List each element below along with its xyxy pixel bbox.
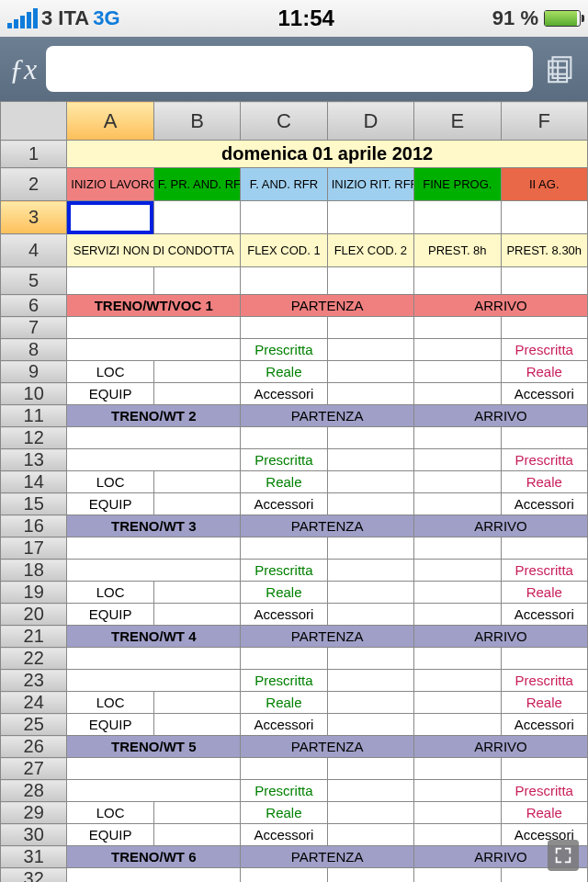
row-header-16[interactable]: 16 <box>1 515 67 537</box>
prescritta-f-0[interactable]: Prescritta <box>501 339 587 361</box>
row-header-28[interactable]: 28 <box>1 780 67 802</box>
spreadsheet-grid[interactable]: ABCDEF1domenica 01 aprile 20122 INIZIO L… <box>0 101 588 882</box>
reale-f-0[interactable]: Reale <box>501 361 587 383</box>
reale-f-1[interactable]: Reale <box>501 471 587 493</box>
cell-E3[interactable] <box>414 201 501 234</box>
block-title-1[interactable]: TRENO/WT 2 <box>67 405 241 427</box>
block-arrivo-4[interactable]: ARRIVO <box>414 736 588 758</box>
cell-E2[interactable]: FINE PROG. <box>414 168 501 201</box>
cell-B3[interactable] <box>153 201 240 234</box>
corner-cell[interactable] <box>1 102 67 141</box>
col-header-D[interactable]: D <box>327 102 413 141</box>
row-header-31[interactable]: 31 <box>1 846 67 868</box>
cell-r5-4[interactable] <box>414 267 501 295</box>
sheets-icon[interactable] <box>542 51 579 87</box>
block-partenza-0[interactable]: PARTENZA <box>241 295 414 317</box>
col-header-E[interactable]: E <box>414 102 501 141</box>
row-header-3[interactable]: 3 <box>1 201 67 234</box>
cell-D2[interactable]: INIZIO RIT. RFR <box>327 168 413 201</box>
cell-C2[interactable]: F. AND. RFR <box>241 168 327 201</box>
prescritta-c-0[interactable]: Prescritta <box>241 339 327 361</box>
block-partenza-5[interactable]: PARTENZA <box>241 846 414 868</box>
row-header-30[interactable]: 30 <box>1 824 67 846</box>
prescritta-c-3[interactable]: Prescritta <box>241 670 327 692</box>
equip-a-4[interactable]: EQUIP <box>67 824 153 846</box>
loc-a-4[interactable]: LOC <box>67 802 153 824</box>
reale-f-4[interactable]: Reale <box>501 802 587 824</box>
block-arrivo-0[interactable]: ARRIVO <box>414 295 588 317</box>
equip-a-0[interactable]: EQUIP <box>67 383 153 405</box>
acc-f-2[interactable]: Accessori <box>501 604 587 626</box>
block-title-2[interactable]: TRENO/WT 3 <box>67 515 241 537</box>
row-header-25[interactable]: 25 <box>1 714 67 736</box>
block-title-4[interactable]: TRENO/WT 5 <box>67 736 241 758</box>
row-header-10[interactable]: 10 <box>1 383 67 405</box>
loc-a-1[interactable]: LOC <box>67 471 153 493</box>
row-header-5[interactable]: 5 <box>1 267 67 295</box>
acc-c-2[interactable]: Accessori <box>241 604 327 626</box>
cell-B2[interactable]: F. PR. AND. RFR <box>153 168 240 201</box>
reale-c-2[interactable]: Reale <box>241 582 327 604</box>
cell-F4[interactable]: PREST. 8.30h <box>501 234 587 267</box>
row-header-1[interactable]: 1 <box>1 141 67 168</box>
cell[interactable] <box>67 868 241 883</box>
block-title-5[interactable]: TRENO/WT 6 <box>67 846 241 868</box>
cell-r5-5[interactable] <box>501 267 587 295</box>
reale-f-3[interactable]: Reale <box>501 692 587 714</box>
block-partenza-4[interactable]: PARTENZA <box>241 736 414 758</box>
cell[interactable] <box>67 537 241 560</box>
acc-f-1[interactable]: Accessori <box>501 493 587 515</box>
cell-E4[interactable]: PREST. 8h <box>414 234 501 267</box>
row-header-19[interactable]: 19 <box>1 582 67 604</box>
row-header-14[interactable]: 14 <box>1 471 67 493</box>
acc-c-4[interactable]: Accessori <box>241 824 327 846</box>
formula-input[interactable] <box>46 46 533 92</box>
cell-D4[interactable]: FLEX COD. 2 <box>327 234 413 267</box>
row-header-9[interactable]: 9 <box>1 361 67 383</box>
block-partenza-1[interactable]: PARTENZA <box>241 405 414 427</box>
row-header-20[interactable]: 20 <box>1 604 67 626</box>
prescritta-c-1[interactable]: Prescritta <box>241 449 327 471</box>
row-header-11[interactable]: 11 <box>1 405 67 427</box>
equip-a-1[interactable]: EQUIP <box>67 493 153 515</box>
row-header-2[interactable]: 2 <box>1 168 67 201</box>
cell-D3[interactable] <box>327 201 413 234</box>
row-header-8[interactable]: 8 <box>1 339 67 361</box>
row-header-22[interactable]: 22 <box>1 648 67 670</box>
row-header-27[interactable]: 27 <box>1 758 67 780</box>
row-header-23[interactable]: 23 <box>1 670 67 692</box>
equip-a-3[interactable]: EQUIP <box>67 714 153 736</box>
block-arrivo-3[interactable]: ARRIVO <box>414 626 588 648</box>
acc-f-0[interactable]: Accessori <box>501 383 587 405</box>
reale-c-0[interactable]: Reale <box>241 361 327 383</box>
cell[interactable] <box>67 427 241 449</box>
row-header-21[interactable]: 21 <box>1 626 67 648</box>
cell-A3-selected[interactable] <box>67 201 153 234</box>
row-header-12[interactable]: 12 <box>1 427 67 449</box>
col-header-F[interactable]: F <box>501 102 587 141</box>
row-header-13[interactable]: 13 <box>1 449 67 471</box>
reale-c-3[interactable]: Reale <box>241 692 327 714</box>
row-header-7[interactable]: 7 <box>1 317 67 339</box>
prescritta-f-2[interactable]: Prescritta <box>501 560 587 582</box>
cell-F2[interactable]: II AG. <box>501 168 587 201</box>
col-header-A[interactable]: A <box>67 102 153 141</box>
reale-c-1[interactable]: Reale <box>241 471 327 493</box>
row-header-32[interactable]: 32 <box>1 868 67 883</box>
cell-r5-3[interactable] <box>327 267 413 295</box>
prescritta-c-2[interactable]: Prescritta <box>241 560 327 582</box>
block-title-0[interactable]: TRENO/WT/VOC 1 <box>67 295 241 317</box>
prescritta-c-4[interactable]: Prescritta <box>241 780 327 802</box>
block-partenza-2[interactable]: PARTENZA <box>241 515 414 537</box>
reale-c-4[interactable]: Reale <box>241 802 327 824</box>
acc-c-1[interactable]: Accessori <box>241 493 327 515</box>
acc-f-3[interactable]: Accessori <box>501 714 587 736</box>
block-title-3[interactable]: TRENO/WT 4 <box>67 626 241 648</box>
cell-r5-2[interactable] <box>241 267 327 295</box>
row-header-29[interactable]: 29 <box>1 802 67 824</box>
row-header-26[interactable]: 26 <box>1 736 67 758</box>
row-header-4[interactable]: 4 <box>1 234 67 267</box>
cell-C4[interactable]: FLEX COD. 1 <box>241 234 327 267</box>
cell[interactable] <box>67 648 241 670</box>
col-header-C[interactable]: C <box>241 102 327 141</box>
